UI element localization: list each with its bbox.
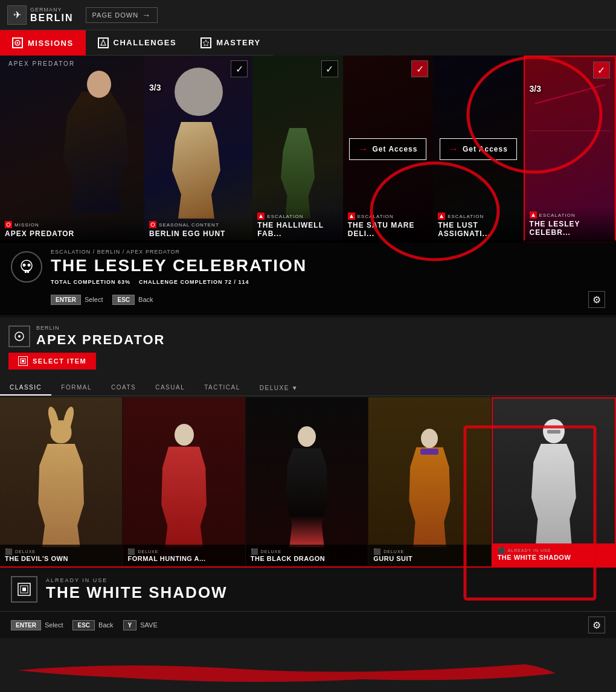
completion-egg: 3/3 [149, 83, 161, 92]
card-title-lesley: THE LESLEY CELEBR... [530, 220, 610, 237]
card-satu-mare[interactable]: ✓ → Get Access ESCALATION THE SATU MARE … [343, 56, 433, 243]
location-tag: ✈ GERMANY BERLIN [7, 5, 74, 25]
card-title-hal: THE HALLIWELL FAB... [257, 221, 338, 238]
tab-mastery[interactable]: MASTERY [188, 30, 273, 56]
total-completion-label: TOTAL COMPLETION [51, 279, 116, 285]
settings-gear-icon[interactable]: ⚙ [588, 291, 605, 308]
escalation-type-icon-satu [348, 213, 355, 220]
bottom-save-control[interactable]: Y SAVE [123, 620, 158, 630]
tier-icon-dragon: ⬛ [251, 548, 258, 555]
mission-type-icon [5, 221, 12, 228]
tab-challenges[interactable]: CHALLENGES [86, 30, 189, 56]
section-label: APEX PREDATOR [8, 60, 75, 67]
cat-tab-coats[interactable]: COATS [101, 380, 146, 396]
location-country: GERMANY [30, 7, 74, 13]
svg-marker-6 [259, 214, 263, 218]
card-type-hal: ESCALATION [257, 213, 338, 220]
card-lust[interactable]: → Get Access ESCALATION THE LUST ASSIGNA… [433, 56, 523, 243]
challenge-completion-value: 72 / 114 [225, 279, 249, 285]
page-down-button[interactable]: PAGE DOWN → [86, 7, 158, 23]
arrow-right-icon: → [142, 10, 151, 20]
completion-lesley: 3/3 [530, 84, 541, 94]
selected-mission-info: Escalation / Berlin / Apex Predator THE … [0, 240, 616, 315]
mission-stats: TOTAL COMPLETION 63% CHALLENGE COMPLETIO… [51, 279, 605, 285]
svg-rect-19 [22, 360, 24, 362]
svg-marker-3 [203, 40, 209, 46]
costume-name-dragon: THE BLACK DRAGON [251, 555, 363, 563]
card-title-egg: BERLIN EGG HUNT [149, 229, 248, 238]
bottom-esc-back[interactable]: ESC Back [72, 620, 113, 630]
enter-select-control[interactable]: ENTER Select [51, 295, 103, 305]
challenge-completion-label: CHALLENGE COMPLETION [139, 279, 223, 285]
card-halliwell[interactable]: ✓ ESCALATION THE HALLIWELL FAB... [252, 56, 342, 243]
escalation-type-icon-hal [257, 213, 265, 220]
svg-marker-9 [531, 213, 535, 217]
costume-info-hunting: ⬛ DELUXE FORMAL HUNTING A... [123, 545, 245, 566]
card-title-satu: THE SATU MARE DELI... [348, 221, 428, 238]
svg-marker-2 [101, 40, 106, 45]
costume-card-white-shadow[interactable]: ⬛ ALREADY IN USE THE WHITE SHADOW [492, 397, 616, 566]
card-type-label: MISSION [14, 222, 39, 228]
tab-missions[interactable]: MISSIONS [0, 30, 86, 56]
svg-marker-8 [440, 214, 443, 218]
completion-badge-egg: ✓ [231, 60, 248, 77]
svg-point-12 [28, 264, 31, 267]
cat-tab-tactical[interactable]: TACTICAL [194, 380, 250, 396]
svg-point-5 [151, 223, 155, 226]
tab-challenges-label: CHALLENGES [114, 38, 177, 47]
tier-icon-hunting: ⬛ [127, 548, 135, 555]
seasonal-type-icon [149, 221, 156, 228]
costume-name-guru: GURU SUIT [373, 555, 486, 563]
bottom-settings-gear-icon[interactable]: ⚙ [588, 617, 605, 633]
enter-key: ENTER [51, 295, 81, 305]
selected-costume-info: ALREADY IN USE THE WHITE SHADOW [46, 577, 605, 602]
select-label: Select [85, 296, 103, 303]
completion-badge-satu: ✓ [411, 60, 428, 77]
location-text: GERMANY BERLIN [30, 7, 74, 24]
card-info-egg: SEASONAL CONTENT BERLIN EGG HUNT [144, 216, 252, 243]
selected-costume-bar: ALREADY IN USE THE WHITE SHADOW [0, 566, 616, 611]
selected-costume-icon [11, 576, 37, 603]
card-title-lust: THE LUST ASSIGNATI... [438, 221, 518, 238]
location-city: BERLIN [30, 13, 74, 24]
svg-marker-7 [350, 214, 353, 218]
tier-icon-guru: ⬛ [373, 548, 381, 555]
select-item-label: SELECT ITEM [33, 357, 86, 365]
bottom-save-label: SAVE [140, 621, 158, 629]
svg-point-17 [18, 335, 21, 338]
costume-card-guru[interactable]: ⬛ DELUXE GURU SUIT [368, 397, 491, 566]
esc-back-control[interactable]: ESC Back [112, 295, 153, 305]
card-apex-predator[interactable]: MISSION APEX PREDATOR [0, 56, 144, 243]
select-item-button[interactable]: SELECT ITEM [8, 353, 96, 370]
card-lesley[interactable]: ✓ 3/3 ESCALATION THE LESLEY CELEBR... [524, 56, 616, 243]
select-item-icon [18, 356, 28, 366]
missions-icon [12, 37, 23, 48]
card-berlin-egg-hunt[interactable]: ✓ 3/3 SEASONAL CONTENT BERLIN EGG HUNT [144, 56, 252, 243]
card-type-egg: SEASONAL CONTENT [149, 221, 248, 228]
seasonal-type-label: SEASONAL CONTENT [159, 222, 219, 228]
costume-location-label: BERLIN [36, 325, 165, 331]
mastery-icon [201, 37, 211, 48]
tier-shadow: ⬛ ALREADY IN USE [498, 547, 610, 554]
card-info-lesley: ESCALATION THE LESLEY CELEBR... [525, 207, 615, 242]
selected-costume-status: ALREADY IN USE [46, 577, 605, 583]
svg-point-11 [23, 264, 26, 267]
mission-breadcrumb: Escalation / Berlin / Apex Predator [51, 249, 605, 255]
cards-row: MISSION APEX PREDATOR ✓ 3/3 SEASONAL CON… [0, 56, 616, 243]
bottom-controls: ENTER Select ESC Back Y SAVE ⚙ [0, 611, 616, 638]
completion-badge-hal: ✓ [321, 60, 338, 77]
cat-tab-casual[interactable]: CASUAL [146, 380, 194, 396]
tier-icon-shadow: ⬛ [498, 547, 505, 554]
bottom-save-key: Y [123, 620, 137, 630]
costume-card-devils-own[interactable]: ⬛ DELUXE THE DEVIL'S OWN [0, 397, 123, 566]
bottom-enter-select[interactable]: ENTER Select [11, 620, 63, 630]
costume-card-formal-hunting[interactable]: ⬛ DELUXE FORMAL HUNTING A... [123, 397, 245, 566]
cat-tab-more[interactable]: DELUXE ▼ [250, 380, 308, 396]
tab-mastery-label: MASTERY [216, 38, 261, 47]
get-access-lust[interactable]: → Get Access [440, 138, 517, 160]
cat-tab-classic[interactable]: CLASSIC [0, 380, 51, 396]
costume-card-black-dragon[interactable]: ⬛ DELUXE THE BLACK DRAGON [246, 397, 368, 566]
completion-badge-lesley: ✓ [593, 62, 610, 78]
cat-tab-formal[interactable]: FORMAL [51, 380, 101, 396]
get-access-satu[interactable]: → Get Access [350, 138, 427, 160]
